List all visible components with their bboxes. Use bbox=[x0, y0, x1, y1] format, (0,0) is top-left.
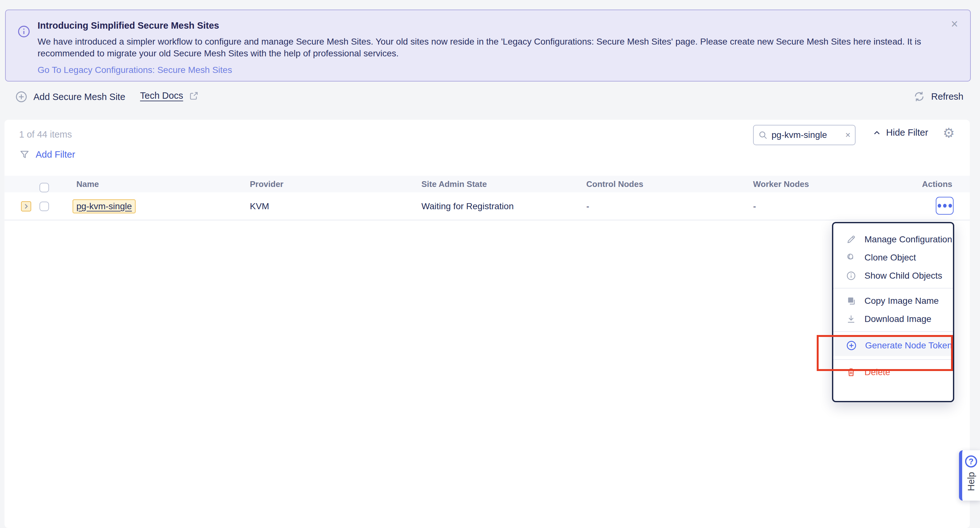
ellipsis-dot bbox=[948, 204, 952, 207]
row-expander-chevron-icon[interactable] bbox=[21, 201, 31, 211]
legacy-configurations-link[interactable]: Go To Legacy Configurations: Secure Mesh… bbox=[38, 65, 232, 75]
add-button-label: Add Secure Mesh Site bbox=[33, 92, 126, 102]
search-box[interactable]: × bbox=[753, 125, 856, 145]
pencil-icon bbox=[846, 234, 856, 244]
table-row: pg-kvm-single KVM Waiting for Registrati… bbox=[5, 192, 970, 220]
refresh-label: Refresh bbox=[931, 91, 963, 102]
banner-title: Introducing Simplified Secure Mesh Sites bbox=[38, 20, 951, 31]
plus-circle-icon bbox=[15, 91, 28, 103]
cell-control-nodes: - bbox=[586, 192, 589, 220]
column-header-site-admin-state[interactable]: Site Admin State bbox=[422, 176, 487, 192]
menu-item-label: Copy Image Name bbox=[864, 296, 939, 306]
search-clear-icon[interactable]: × bbox=[845, 130, 850, 140]
menu-item-label: Clone Object bbox=[864, 252, 916, 263]
refresh-button[interactable]: Refresh bbox=[913, 91, 963, 102]
help-label: Help bbox=[966, 472, 977, 491]
cell-worker-nodes: - bbox=[753, 192, 756, 220]
menu-item-delete[interactable]: Delete bbox=[833, 363, 953, 381]
row-actions-ellipsis-button[interactable] bbox=[936, 197, 954, 215]
cell-site-admin-state: Waiting for Registration bbox=[422, 192, 514, 220]
add-secure-mesh-site-button[interactable]: Add Secure Mesh Site bbox=[15, 91, 126, 103]
external-link-icon bbox=[189, 91, 199, 101]
clone-icon bbox=[846, 252, 856, 263]
menu-item-label: Generate Node Token bbox=[865, 340, 952, 351]
plus-circle-icon bbox=[846, 340, 857, 351]
banner-close-icon[interactable]: × bbox=[951, 18, 958, 30]
menu-divider bbox=[833, 359, 953, 360]
column-header-name[interactable]: Name bbox=[76, 176, 99, 192]
hide-filter-button[interactable]: Hide Filter bbox=[872, 128, 928, 138]
menu-item-copy-image-name[interactable]: Copy Image Name bbox=[833, 292, 953, 310]
menu-divider bbox=[833, 288, 953, 289]
toolbar: Add Secure Mesh Site Tech Docs Refresh bbox=[0, 89, 980, 109]
sites-table-card: 1 of 44 items × Hide Filter ⚙ Add Filter bbox=[5, 120, 970, 528]
cell-provider: KVM bbox=[250, 192, 269, 220]
column-header-actions: Actions bbox=[921, 176, 952, 192]
info-circle-icon bbox=[846, 271, 856, 281]
column-header-control-nodes[interactable]: Control Nodes bbox=[586, 176, 643, 192]
trash-icon bbox=[846, 367, 856, 377]
refresh-icon bbox=[913, 91, 925, 102]
row-actions-menu: Manage Configuration Clone Object Show C… bbox=[832, 222, 954, 402]
menu-item-manage-configuration[interactable]: Manage Configuration bbox=[833, 230, 953, 249]
chevron-up-icon bbox=[872, 128, 881, 137]
add-filter-button[interactable]: Add Filter bbox=[19, 149, 75, 160]
add-filter-label: Add Filter bbox=[36, 149, 75, 160]
menu-item-download-image[interactable]: Download Image bbox=[833, 310, 953, 328]
info-banner: Introducing Simplified Secure Mesh Sites… bbox=[5, 10, 971, 81]
menu-item-generate-node-token[interactable]: Generate Node Token bbox=[833, 335, 953, 356]
menu-item-clone-object[interactable]: Clone Object bbox=[833, 249, 953, 266]
column-header-worker-nodes[interactable]: Worker Nodes bbox=[753, 176, 809, 192]
tech-docs-link[interactable]: Tech Docs bbox=[140, 91, 199, 101]
table-header: Name Provider Site Admin State Control N… bbox=[5, 176, 970, 192]
download-icon bbox=[846, 314, 856, 324]
info-icon bbox=[17, 25, 30, 38]
search-input[interactable] bbox=[772, 130, 832, 140]
menu-item-label: Download Image bbox=[864, 314, 931, 324]
ellipsis-dot bbox=[943, 204, 947, 207]
search-icon bbox=[758, 130, 768, 140]
menu-item-label: Show Child Objects bbox=[864, 271, 942, 281]
copy-icon bbox=[846, 296, 856, 306]
gear-icon[interactable]: ⚙ bbox=[943, 126, 955, 141]
select-all-checkbox[interactable] bbox=[40, 183, 49, 192]
menu-item-show-child-objects[interactable]: Show Child Objects bbox=[833, 266, 953, 285]
help-question-icon: ? bbox=[965, 455, 977, 467]
menu-item-label: Manage Configuration bbox=[864, 234, 952, 244]
column-header-provider[interactable]: Provider bbox=[250, 176, 283, 192]
ellipsis-dot bbox=[938, 204, 941, 207]
menu-divider bbox=[833, 331, 953, 332]
tech-docs-label: Tech Docs bbox=[140, 91, 183, 101]
hide-filter-label: Hide Filter bbox=[886, 128, 928, 138]
site-name-link[interactable]: pg-kvm-single bbox=[73, 199, 135, 213]
help-tab[interactable]: ? Help bbox=[959, 450, 980, 501]
banner-body: We have introduced a simpler workflow to… bbox=[38, 36, 951, 59]
menu-item-label: Delete bbox=[864, 367, 890, 377]
items-count: 1 of 44 items bbox=[19, 129, 72, 140]
row-checkbox[interactable] bbox=[40, 202, 49, 211]
filter-funnel-icon bbox=[19, 149, 30, 160]
